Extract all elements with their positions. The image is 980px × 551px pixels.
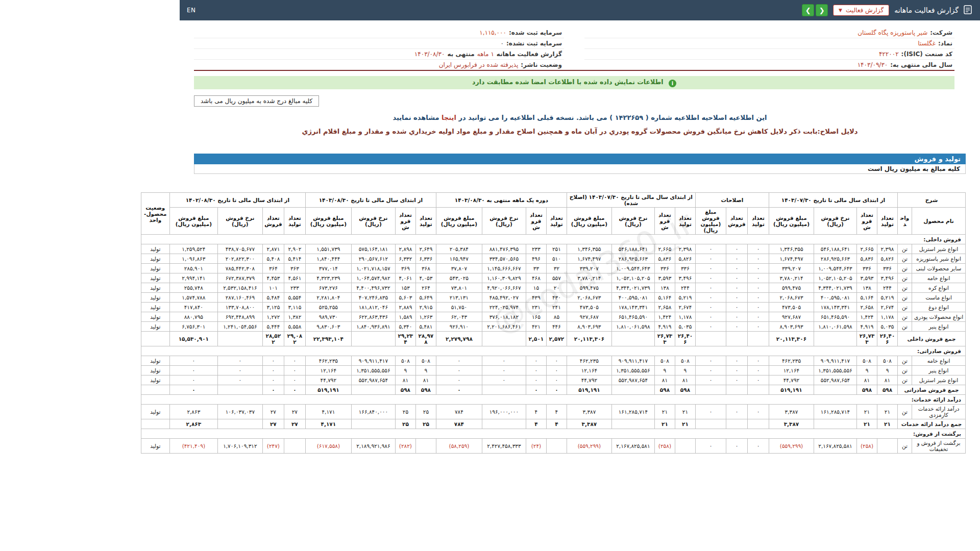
cell: ۹۰۹,۹۱۱,۴۱۷: [814, 356, 857, 366]
cell: ۵۹۹,۴۷۵: [567, 283, 611, 293]
col-unit: واحد: [898, 208, 912, 235]
cell: [482, 332, 526, 346]
cell: (۴۲۱,۴۰۹): [169, 439, 217, 454]
cell: ۲۱: [654, 419, 675, 429]
cell: ۱,۰۵۲,۱۰۵,۲۰۵: [611, 273, 654, 283]
cell: (۲۴): [526, 439, 546, 454]
cell: ۵,۲۱۹: [877, 293, 898, 303]
cell: تن: [898, 293, 912, 303]
cell: ۵۵۲,۹۸۷,۶۵۴: [814, 375, 857, 385]
cell: ۲,۵۰۱: [526, 332, 546, 346]
cell: ۵۰۸: [675, 356, 695, 366]
cell: ۲۵: [395, 405, 415, 419]
cell: ۰: [526, 356, 546, 366]
cell: ۶,۳۳۶: [415, 254, 436, 264]
cell: ۴: [546, 419, 567, 429]
cell: ۰: [482, 366, 526, 375]
issuer-status-value: پذیرفته شده در فرابورس ایران: [439, 61, 519, 68]
cell: ۴,۹۲۰,۰۶۶,۶۶۷: [482, 283, 526, 293]
cell: ۶۲,۰۴۳: [436, 312, 482, 322]
cell: ۱,۲۶۳: [415, 312, 436, 322]
monthly-report-suffix: منتهی به: [447, 51, 474, 58]
cell: ۵۲۵,۲۵۵: [305, 303, 351, 312]
cell: [726, 419, 747, 429]
cell: ۴۶۲,۲۳۵: [305, 356, 351, 366]
amounts-unit-note: کلیه مبالغ درج شده به میلیون ریال می باش…: [194, 95, 319, 107]
cell: ۱۸۱,۸۱۲,۰۴۶: [351, 303, 395, 312]
cell: ۵۱۰: [546, 254, 567, 264]
cell: تولید: [141, 439, 169, 454]
cell: ۱۶۵: [526, 312, 546, 322]
cell: ۰: [695, 366, 726, 375]
isic-value: ۴۲۲۰۰۲: [879, 51, 899, 58]
previous-version-link[interactable]: اینجا: [442, 114, 456, 121]
symbol-row: نماد: غگلستا: [584, 38, 954, 49]
next-announcement-button[interactable]: ❯: [816, 4, 828, 16]
company-name[interactable]: شیر پاستوریزه پگاه گلستان: [857, 29, 927, 36]
cell: ۵,۸۲۶: [877, 254, 898, 264]
cell: ۱۷۸,۱۴۳,۳۴۱: [814, 303, 857, 312]
cell: تولید: [141, 366, 169, 375]
cell: [217, 419, 262, 429]
cell: ۵۵۷: [546, 273, 567, 283]
cell: ۰: [747, 283, 769, 293]
symbol-value[interactable]: غگلستا: [918, 40, 936, 47]
cell: ۱۷۸,۱۴۳,۳۴۱: [611, 303, 654, 312]
cell: ۰: [217, 356, 262, 366]
cell: ۹۰۹,۹۱۱,۴۱۷: [351, 356, 395, 366]
cell: تن: [898, 375, 912, 385]
cell: ۴,۰۶۱: [395, 273, 415, 283]
cell: ۴۹۶: [526, 254, 546, 264]
cell: ۵,۶۴۹: [415, 293, 436, 303]
cell: ۰: [169, 385, 217, 395]
col-sale-amount: مبلغ فروش (میلیون ریال): [169, 208, 217, 235]
section-row: فروش داخلی:: [141, 235, 965, 244]
production-sales-section-header: تولید و فروش: [194, 154, 966, 164]
cell: ۲,۱۸۹,۹۲۱,۹۸۶: [351, 439, 395, 454]
cell: ۱,۸۱۰,۰۶۱,۵۹۸: [611, 322, 654, 332]
report-type-dropdown[interactable]: گزارش فعالیت ▼: [833, 5, 889, 16]
cell: ۲,۴۲۷,۴۵۸,۳۳۳: [482, 439, 526, 454]
cell: ۲۱: [654, 405, 675, 419]
unregistered-capital-value: ۰: [501, 40, 504, 47]
cell: ۲,۱۶۷,۸۲۵,۵۸۱: [814, 439, 857, 454]
cell: ۵۰۸: [877, 356, 898, 366]
total-row: جمع فروش داخلی۲۶,۴۰۶۲۶,۷۳۳۲۰,۱۱۳,۳۰۶۲۶,۴…: [141, 332, 965, 346]
cell: ۴۴,۷۹۲: [769, 375, 814, 385]
cell: ۰: [726, 244, 747, 254]
cell: ۵,۵۵۸: [284, 322, 305, 332]
cell: ۰: [695, 312, 726, 322]
monthly-report-label: گزارش فعالیت ماهانه: [497, 51, 562, 58]
cell: ۲۸۶,۹۲۵,۶۶۳: [611, 254, 654, 264]
cell: ۰: [726, 283, 747, 293]
cell: ۲,۸۶۳: [169, 419, 217, 429]
cell: ۱,۳۵۱,۵۵۵,۵۵۶: [351, 366, 395, 375]
cell: ۵۵۲,۹۸۷,۶۵۴: [351, 375, 395, 385]
cell: ۵,۱۶۴: [654, 293, 675, 303]
cell: برگشت از فروش و تخفیفات: [912, 439, 966, 454]
cell: ۰: [436, 375, 482, 385]
col-qty-sold: تعداد فروش: [857, 208, 877, 235]
cell: ۲,۶۶۵: [654, 244, 675, 254]
cell: ۰: [526, 366, 546, 375]
cell: ۸۱: [877, 375, 898, 385]
cell: ۲۳۳: [284, 283, 305, 293]
cell: ۳۲: [546, 264, 567, 273]
cell: ۰: [546, 385, 567, 395]
cell: ۶۷۳,۲۷۶: [305, 283, 351, 293]
company-info-panel: شرکت: شیر پاستوریزه پگاه گلستان نماد: غگ…: [194, 28, 954, 71]
monthly-report-row: گزارش فعالیت ماهانه ۱ ماهه منتهی به ۱۴۰۳…: [194, 49, 564, 60]
cell: ۲۲,۳۹۳,۱۰۴: [305, 332, 351, 346]
signed-data-text: اطلاعات نمایش داده شده با اطلاعات امضا ش…: [472, 78, 664, 86]
cell: ۲,۳۹۸: [877, 244, 898, 254]
cell: ۰: [747, 312, 769, 322]
cell: انواع خامه: [912, 356, 966, 366]
prev-announcement-button[interactable]: ❮: [802, 4, 814, 16]
cell: ۲۰: [546, 283, 567, 293]
fiscal-year-row: سال مالی منتهی به: ۱۴۰۳/۰۹/۳۰: [584, 60, 954, 70]
cell: ۱,۴۲۴: [857, 312, 877, 322]
cell: ۴,۰۵۳: [415, 273, 436, 283]
language-toggle[interactable]: EN: [187, 7, 196, 14]
cell: [695, 332, 726, 346]
cell: انواع کره: [912, 283, 966, 293]
